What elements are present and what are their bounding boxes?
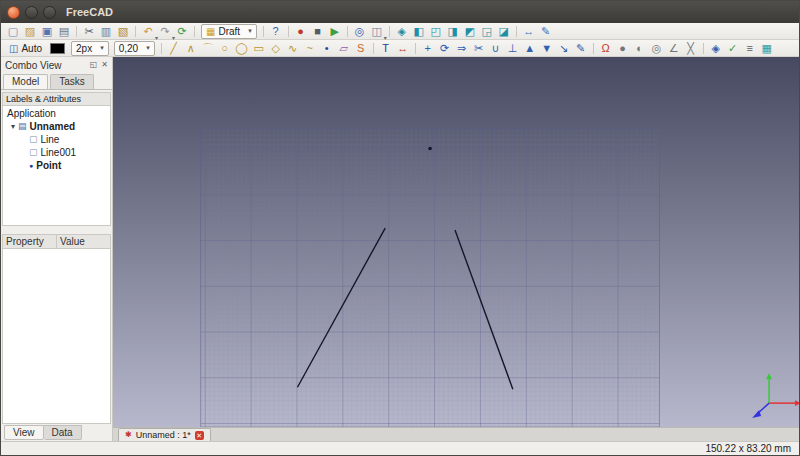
workbench-selector-value: Draft — [218, 26, 240, 37]
save-icon[interactable]: ▣ — [39, 24, 55, 39]
tree-item-line001[interactable]: ▢ Line001 — [3, 146, 110, 159]
toggle-construction-mode-icon[interactable]: ◈ — [708, 41, 724, 56]
draft-edit-icon[interactable]: ✎ — [573, 41, 589, 56]
draft-rotate-icon[interactable]: ⟳ — [437, 41, 453, 56]
draft-line-icon[interactable]: ╱ — [166, 41, 182, 56]
workbench-selector[interactable]: ▦ Draft ▾ — [201, 24, 257, 39]
window-maximize-button[interactable] — [43, 6, 56, 19]
draft-point-geometry[interactable] — [428, 147, 432, 151]
tab-tasks[interactable]: Tasks — [50, 74, 94, 89]
view-isometric-icon[interactable]: ◈ — [394, 24, 410, 39]
toggle-grid-icon[interactable]: ▦ — [759, 41, 775, 56]
property-column-header[interactable]: Property — [2, 234, 57, 249]
toolbar-separator — [135, 26, 136, 37]
main-toolbar-left-icons: ▢▨▣▤✂▥▧↶▾↷▾⟳ — [5, 24, 198, 39]
view-front-icon[interactable]: ◧ — [411, 24, 427, 39]
copy-icon[interactable]: ▥ — [98, 24, 114, 39]
document-tab[interactable]: ✱ Unnamed : 1* ✕ — [118, 428, 211, 441]
draft-shapestring-icon[interactable]: S — [353, 41, 369, 56]
view-bottom-icon[interactable]: ◲ — [479, 24, 495, 39]
draft-toolbar-icons: ╱∧⌒○◯▭◇∿~•▱ST↔+⟳⇒✂∪⊥▲▼↘✎Ω●◐◎∠╳◈✓≡▦ — [166, 41, 775, 56]
property-table-body[interactable] — [2, 249, 111, 424]
draft-upgrade-icon[interactable]: ▲ — [522, 41, 538, 56]
undo-icon[interactable]: ↶▾ — [140, 24, 156, 39]
redo-icon[interactable]: ↷▾ — [157, 24, 173, 39]
draft-facebinder-icon[interactable]: ▱ — [336, 41, 352, 56]
open-folder-icon[interactable]: ▨ — [22, 24, 38, 39]
float-panel-icon[interactable]: ◱ — [90, 61, 98, 69]
snap-intersection-icon[interactable]: ╳ — [683, 41, 699, 56]
view-rear-icon[interactable]: ◩ — [462, 24, 478, 39]
close-tab-icon[interactable]: ✕ — [195, 431, 204, 440]
view-left-icon[interactable]: ◪ — [496, 24, 512, 39]
draft-polygon-icon[interactable]: ◇ — [268, 41, 284, 56]
draw-style-icon[interactable]: ◫▾ — [369, 24, 385, 39]
draft-split-icon[interactable]: ⊥ — [505, 41, 521, 56]
standard-toolbar: ▢▨▣▤✂▥▧↶▾↷▾⟳ ▦ Draft ▾ ?●■▶◎◫▾◈◧◰◨◩◲◪↔✎ — [1, 23, 799, 40]
tab-view[interactable]: View — [4, 425, 44, 440]
draft-offset-icon[interactable]: ⇒ — [454, 41, 470, 56]
draft-trimex-icon[interactable]: ✂ — [471, 41, 487, 56]
expander-down-icon[interactable]: ▾ — [11, 123, 15, 131]
measure-distance-icon[interactable]: ↔ — [521, 24, 537, 39]
macro-record-icon[interactable]: ● — [293, 24, 309, 39]
layer-manager-icon[interactable]: ≡ — [742, 41, 758, 56]
draft-join-icon[interactable]: ∪ — [488, 41, 504, 56]
draft-polyline-icon[interactable]: ∧ — [183, 41, 199, 56]
view-top-icon[interactable]: ◰ — [428, 24, 444, 39]
viewport-dimensions-readout: 150.22 x 83.20 mm — [705, 443, 791, 454]
window-minimize-button[interactable] — [25, 6, 38, 19]
snap-endpoint-icon[interactable]: ● — [615, 41, 631, 56]
toolbar-separator — [593, 43, 594, 54]
cut-icon[interactable]: ✂ — [81, 24, 97, 39]
view-right-icon[interactable]: ◨ — [445, 24, 461, 39]
chevron-down-icon: ▾ — [100, 44, 104, 52]
window-close-button[interactable] — [7, 6, 20, 19]
line-width-select[interactable]: 2px ▾ — [71, 41, 109, 56]
tab-model[interactable]: Model — [3, 74, 48, 89]
3d-viewport[interactable] — [113, 57, 799, 427]
draft-downgrade-icon[interactable]: ▼ — [539, 41, 555, 56]
panel-splitter[interactable] — [1, 226, 112, 234]
draft-rectangle-icon[interactable]: ▭ — [251, 41, 267, 56]
new-document-icon[interactable]: ▢ — [5, 24, 21, 39]
draft-scale-icon[interactable]: ↘ — [556, 41, 572, 56]
chevron-down-icon: ▾ — [146, 44, 150, 52]
axis-indicator — [752, 373, 799, 418]
snap-midpoint-icon[interactable]: ◐ — [632, 41, 648, 56]
text-scale-select[interactable]: 0,20 ▾ — [114, 41, 155, 56]
draft-text-icon[interactable]: T — [378, 41, 394, 56]
tree-item-line[interactable]: ▢ Line — [3, 133, 110, 146]
draft-move-icon[interactable]: + — [420, 41, 436, 56]
macro-play-icon[interactable]: ▶ — [327, 24, 343, 39]
apply-current-style-icon[interactable]: ✓ — [725, 41, 741, 56]
working-plane-button[interactable]: ◫ Auto — [5, 41, 46, 56]
tree-item-document[interactable]: ▾ ▤ Unnamed — [3, 120, 110, 133]
tree-item-point[interactable]: ● Point — [3, 159, 110, 172]
line-color-swatch[interactable] — [50, 43, 65, 54]
draft-ellipse-icon[interactable]: ◯ — [234, 41, 250, 56]
toolbar-separator — [76, 26, 77, 37]
close-panel-icon[interactable]: ✕ — [101, 61, 108, 69]
tab-data[interactable]: Data — [44, 425, 82, 440]
tree-item-application[interactable]: Application — [3, 107, 110, 120]
snap-master-icon[interactable]: Ω — [598, 41, 614, 56]
value-column-header[interactable]: Value — [57, 234, 111, 249]
draft-point-icon[interactable]: • — [319, 41, 335, 56]
fit-all-icon[interactable]: ◎ — [352, 24, 368, 39]
toolbar-separator — [415, 43, 416, 54]
draft-dimension-icon[interactable]: ↔ — [395, 41, 411, 56]
draft-bezier-icon[interactable]: ~ — [302, 41, 318, 56]
whats-this-icon[interactable]: ? — [268, 24, 284, 39]
snap-angle-icon[interactable]: ∠ — [666, 41, 682, 56]
draft-circle-icon[interactable]: ○ — [217, 41, 233, 56]
draft-bspline-icon[interactable]: ∿ — [285, 41, 301, 56]
print-icon[interactable]: ▤ — [56, 24, 72, 39]
snap-center-icon[interactable]: ◎ — [649, 41, 665, 56]
titlebar: FreeCAD — [1, 1, 799, 23]
draft-arc-icon[interactable]: ⌒ — [200, 41, 216, 56]
annotation-icon[interactable]: ✎ — [538, 24, 554, 39]
macro-stop-icon[interactable]: ■ — [310, 24, 326, 39]
refresh-icon[interactable]: ⟳ — [174, 24, 190, 39]
paste-icon[interactable]: ▧ — [115, 24, 131, 39]
